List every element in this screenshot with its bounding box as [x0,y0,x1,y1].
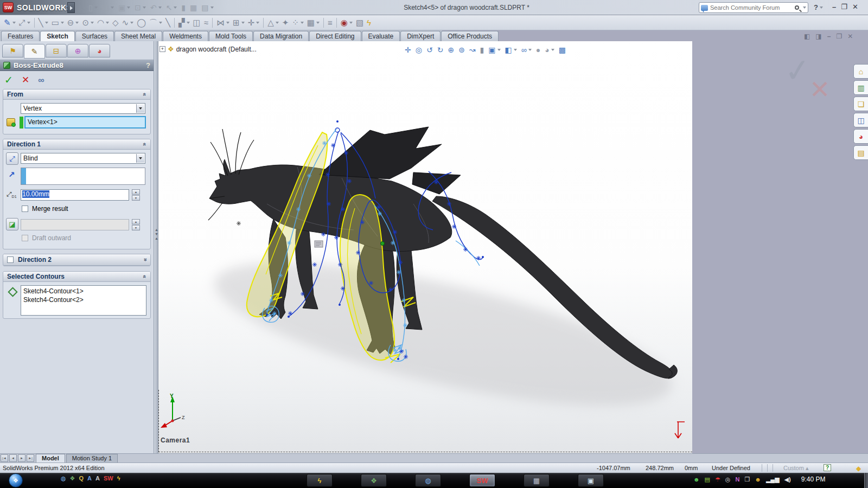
tile-left-icon[interactable]: ◧ [804,33,810,40]
scene-icon[interactable]: ▩ [557,44,567,56]
camera-icon[interactable]: ◉ [339,17,354,29]
display-relations-icon[interactable]: △ [266,17,280,29]
collapse-chevron-icon[interactable]: « [142,275,148,278]
task-network-button[interactable]: ◍ [415,474,441,487]
rectangle-icon[interactable]: ▭ [50,17,66,29]
sketch-picture-icon[interactable]: ▧ [354,17,365,29]
study-tab[interactable]: Motion Study 1 [66,454,118,463]
shadow-icon[interactable]: ● [534,44,542,56]
cancel-button[interactable]: ✕ [22,74,29,86]
direction1-group-header[interactable]: Direction 1 « [3,139,150,150]
collapse-chevron-icon[interactable]: « [142,143,148,146]
commandmanager-tab[interactable]: Office Products [441,31,499,41]
linear-pattern-icon[interactable]: ⊞ [231,17,246,29]
displaymanager-tab-icon[interactable]: ◕ [89,44,110,57]
undo-icon[interactable]: ↶ [149,2,163,14]
select-icon[interactable]: ↖ [164,2,179,14]
menu-expand-button[interactable] [67,2,75,13]
repair-sketch-icon[interactable]: ✦ [280,17,291,29]
task-explorer-button[interactable]: ❖ [361,474,387,487]
custom-properties-icon[interactable]: ▤ [853,145,868,160]
commandmanager-tab[interactable]: Surfaces [75,31,114,41]
appearance-icon[interactable]: ◕ [543,44,556,56]
clock[interactable]: 9:40 PM [801,476,826,483]
convert-entities-icon[interactable]: ◫ [192,17,202,29]
featuremanager-tab-icon[interactable]: ⚑ [2,44,23,57]
rotate-left-icon[interactable]: ↺ [425,44,435,56]
fillet-icon[interactable]: ⌒ [148,17,164,29]
tab-scroll-button[interactable]: ► [18,454,25,462]
doc-minimize-icon[interactable]: – [827,33,831,40]
splitter-grip-icon[interactable]: ▲▼▲ [155,228,157,246]
new-document-icon[interactable]: ▯ [87,2,99,14]
tab-scroll-button[interactable]: ►| [27,454,34,462]
polygon-icon[interactable]: ◇ [111,17,120,29]
commandmanager-tab[interactable]: Data Migration [253,31,309,41]
messenger-icon[interactable]: ☻ [693,477,700,483]
ellipse-icon[interactable]: ◯ [135,17,148,29]
smart-dimension-icon[interactable]: ⤢ [17,17,32,29]
commandmanager-tab[interactable]: Direct Editing [309,31,361,41]
propertymanager-tab-icon[interactable]: ✎ [24,44,45,59]
volume-icon[interactable]: ◀) [784,477,791,483]
tree-expand-icon[interactable]: + [159,46,165,52]
expand-chevron-icon[interactable]: « [142,258,148,261]
clipboard-icon[interactable]: ❒ [744,477,750,483]
resources-home-icon[interactable]: ⌂ [853,64,868,79]
from-condition-dropdown[interactable]: Vertex [21,103,145,114]
model-canvas[interactable]: Y Z [158,41,692,453]
direction2-group-header[interactable]: Direction 2 « [3,254,150,266]
tasklist-icon[interactable]: ▤ [705,477,710,483]
print-icon[interactable]: ⊡ [133,2,148,14]
rebuild-icon[interactable]: ▮ [180,2,187,14]
reverse-direction-button[interactable]: ⤢ [6,152,18,165]
file-explorer-icon[interactable]: ❏ [853,97,868,111]
sketch-origin-point[interactable] [381,242,385,246]
centerline-icon[interactable]: ╲ [164,17,172,29]
restore-button[interactable]: ❐ [841,3,847,11]
task-lightning-button[interactable]: ϟ [307,474,333,487]
start-button[interactable]: ❖ [9,473,23,487]
tab-scroll-button[interactable]: ◄ [9,454,17,462]
task-photo-button[interactable]: ▦ [524,474,550,487]
trim-icon[interactable]: ▞ [177,17,192,29]
onenote-icon[interactable]: N [735,477,739,483]
graphics-viewport[interactable]: Y Z Camera1 + ❖ dragon woodcraft (Defaul… [158,41,692,453]
hide-show-icon[interactable]: ∞ [520,44,533,56]
design-library-icon[interactable]: ▥ [853,80,868,95]
pan-icon[interactable]: ✛ [403,44,413,56]
tag-icon[interactable]: ◆ [856,465,861,472]
quicktime-icon[interactable]: Q [79,476,84,481]
close-button[interactable]: ✕ [852,3,858,11]
study-tab[interactable]: Model [36,454,65,463]
slot-icon[interactable]: ⊖ [66,17,81,29]
arc-icon[interactable]: ◠ [95,17,111,29]
part-tree-label[interactable]: dragon woodcraft (Default... [176,46,257,53]
timer-icon[interactable]: ◎ [725,477,731,483]
circle-icon[interactable]: ⊙ [80,17,95,29]
commandmanager-tab[interactable]: Sketch [40,31,74,41]
solidworks-quick-icon[interactable]: SW [104,476,113,481]
feature-help-icon[interactable]: ? [146,61,150,69]
open-icon[interactable]: ◰ [100,2,116,14]
instant2d-icon[interactable]: ≡ [326,17,334,29]
dropdown-arrow-icon[interactable] [136,154,144,163]
media-player-icon[interactable]: ◍ [61,476,66,481]
network-signal-icon[interactable]: ▂▄▆ [766,477,780,483]
zoom-in-icon[interactable]: ⊕ [446,44,456,56]
instant3d-icon[interactable]: ϟ [365,17,373,29]
minimize-button[interactable]: – [832,3,836,11]
unit-system-dropdown[interactable]: Custom ▴ [783,465,808,472]
selected-contours-header[interactable]: Selected Contours « [3,272,150,282]
spin-up-icon[interactable]: ▲ [132,189,140,195]
draft-button[interactable]: ◪ [6,218,18,230]
search-icon[interactable] [795,5,799,10]
confirmation-corner-cancel-icon[interactable]: ✕ [809,75,831,104]
zoom-area-icon[interactable]: ⊚ [457,44,467,56]
commandmanager-tab[interactable]: Features [1,31,40,41]
options-icon[interactable]: ▤ [200,2,215,14]
sketch-exit-icon[interactable]: ✎ [2,17,17,29]
commandmanager-tab[interactable]: Mold Tools [209,31,253,41]
commandmanager-tab[interactable]: Weldments [163,31,208,41]
doc-restore-icon[interactable]: ❐ [836,33,842,40]
